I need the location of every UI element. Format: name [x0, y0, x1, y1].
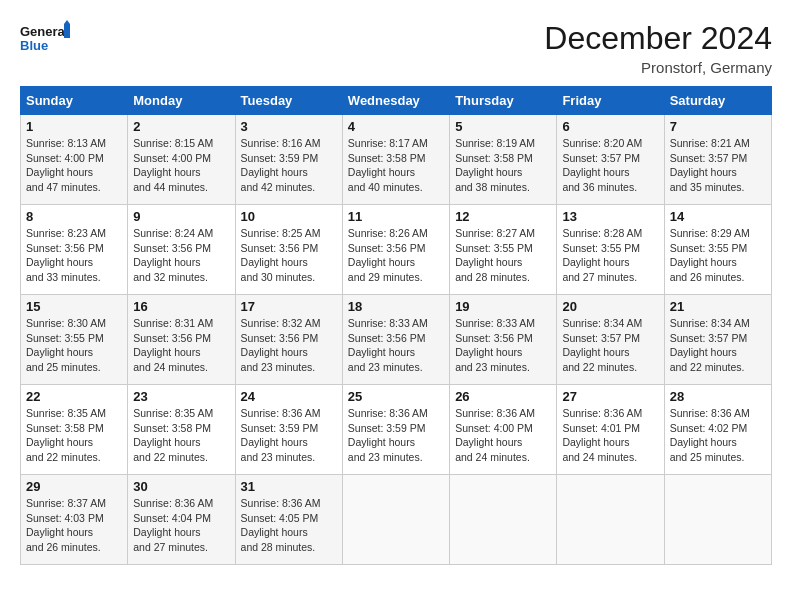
day-detail: Sunrise: 8:19 AMSunset: 3:58 PMDaylight …	[455, 137, 535, 193]
day-detail: Sunrise: 8:15 AMSunset: 4:00 PMDaylight …	[133, 137, 213, 193]
svg-text:Blue: Blue	[20, 38, 48, 53]
day-cell	[557, 475, 664, 565]
day-cell: 16 Sunrise: 8:31 AMSunset: 3:56 PMDaylig…	[128, 295, 235, 385]
day-detail: Sunrise: 8:29 AMSunset: 3:55 PMDaylight …	[670, 227, 750, 283]
day-detail: Sunrise: 8:35 AMSunset: 3:58 PMDaylight …	[26, 407, 106, 463]
day-number: 25	[348, 389, 444, 404]
day-number: 18	[348, 299, 444, 314]
day-cell: 10 Sunrise: 8:25 AMSunset: 3:56 PMDaylig…	[235, 205, 342, 295]
day-cell: 26 Sunrise: 8:36 AMSunset: 4:00 PMDaylig…	[450, 385, 557, 475]
day-cell: 21 Sunrise: 8:34 AMSunset: 3:57 PMDaylig…	[664, 295, 771, 385]
svg-marker-3	[64, 20, 70, 24]
week-row-2: 8 Sunrise: 8:23 AMSunset: 3:56 PMDayligh…	[21, 205, 772, 295]
day-number: 13	[562, 209, 658, 224]
day-cell: 20 Sunrise: 8:34 AMSunset: 3:57 PMDaylig…	[557, 295, 664, 385]
day-detail: Sunrise: 8:34 AMSunset: 3:57 PMDaylight …	[562, 317, 642, 373]
day-number: 1	[26, 119, 122, 134]
svg-text:General: General	[20, 24, 68, 39]
day-cell: 24 Sunrise: 8:36 AMSunset: 3:59 PMDaylig…	[235, 385, 342, 475]
day-number: 22	[26, 389, 122, 404]
day-cell: 31 Sunrise: 8:36 AMSunset: 4:05 PMDaylig…	[235, 475, 342, 565]
day-cell: 5 Sunrise: 8:19 AMSunset: 3:58 PMDayligh…	[450, 115, 557, 205]
day-cell: 27 Sunrise: 8:36 AMSunset: 4:01 PMDaylig…	[557, 385, 664, 475]
col-header-wednesday: Wednesday	[342, 87, 449, 115]
day-number: 8	[26, 209, 122, 224]
day-cell: 2 Sunrise: 8:15 AMSunset: 4:00 PMDayligh…	[128, 115, 235, 205]
day-detail: Sunrise: 8:21 AMSunset: 3:57 PMDaylight …	[670, 137, 750, 193]
day-cell: 22 Sunrise: 8:35 AMSunset: 3:58 PMDaylig…	[21, 385, 128, 475]
day-cell: 18 Sunrise: 8:33 AMSunset: 3:56 PMDaylig…	[342, 295, 449, 385]
logo-svg: General Blue	[20, 20, 70, 60]
day-cell: 11 Sunrise: 8:26 AMSunset: 3:56 PMDaylig…	[342, 205, 449, 295]
day-number: 31	[241, 479, 337, 494]
day-number: 20	[562, 299, 658, 314]
day-detail: Sunrise: 8:36 AMSunset: 4:02 PMDaylight …	[670, 407, 750, 463]
day-cell: 30 Sunrise: 8:36 AMSunset: 4:04 PMDaylig…	[128, 475, 235, 565]
day-number: 11	[348, 209, 444, 224]
day-detail: Sunrise: 8:37 AMSunset: 4:03 PMDaylight …	[26, 497, 106, 553]
header-row: SundayMondayTuesdayWednesdayThursdayFrid…	[21, 87, 772, 115]
col-header-thursday: Thursday	[450, 87, 557, 115]
day-detail: Sunrise: 8:24 AMSunset: 3:56 PMDaylight …	[133, 227, 213, 283]
day-number: 28	[670, 389, 766, 404]
location-title: Pronstorf, Germany	[544, 59, 772, 76]
day-cell: 7 Sunrise: 8:21 AMSunset: 3:57 PMDayligh…	[664, 115, 771, 205]
day-detail: Sunrise: 8:31 AMSunset: 3:56 PMDaylight …	[133, 317, 213, 373]
col-header-friday: Friday	[557, 87, 664, 115]
week-row-5: 29 Sunrise: 8:37 AMSunset: 4:03 PMDaylig…	[21, 475, 772, 565]
day-number: 27	[562, 389, 658, 404]
day-number: 15	[26, 299, 122, 314]
day-cell: 28 Sunrise: 8:36 AMSunset: 4:02 PMDaylig…	[664, 385, 771, 475]
day-number: 30	[133, 479, 229, 494]
day-number: 16	[133, 299, 229, 314]
day-number: 17	[241, 299, 337, 314]
day-cell: 23 Sunrise: 8:35 AMSunset: 3:58 PMDaylig…	[128, 385, 235, 475]
day-detail: Sunrise: 8:13 AMSunset: 4:00 PMDaylight …	[26, 137, 106, 193]
day-cell: 15 Sunrise: 8:30 AMSunset: 3:55 PMDaylig…	[21, 295, 128, 385]
day-detail: Sunrise: 8:36 AMSunset: 4:05 PMDaylight …	[241, 497, 321, 553]
day-detail: Sunrise: 8:36 AMSunset: 3:59 PMDaylight …	[241, 407, 321, 463]
day-detail: Sunrise: 8:36 AMSunset: 4:01 PMDaylight …	[562, 407, 642, 463]
day-detail: Sunrise: 8:36 AMSunset: 4:00 PMDaylight …	[455, 407, 535, 463]
day-cell: 4 Sunrise: 8:17 AMSunset: 3:58 PMDayligh…	[342, 115, 449, 205]
col-header-monday: Monday	[128, 87, 235, 115]
calendar-table: SundayMondayTuesdayWednesdayThursdayFrid…	[20, 86, 772, 565]
day-number: 2	[133, 119, 229, 134]
day-cell: 25 Sunrise: 8:36 AMSunset: 3:59 PMDaylig…	[342, 385, 449, 475]
day-cell: 9 Sunrise: 8:24 AMSunset: 3:56 PMDayligh…	[128, 205, 235, 295]
day-detail: Sunrise: 8:17 AMSunset: 3:58 PMDaylight …	[348, 137, 428, 193]
day-detail: Sunrise: 8:33 AMSunset: 3:56 PMDaylight …	[348, 317, 428, 373]
week-row-3: 15 Sunrise: 8:30 AMSunset: 3:55 PMDaylig…	[21, 295, 772, 385]
day-detail: Sunrise: 8:30 AMSunset: 3:55 PMDaylight …	[26, 317, 106, 373]
col-header-saturday: Saturday	[664, 87, 771, 115]
col-header-tuesday: Tuesday	[235, 87, 342, 115]
day-cell: 3 Sunrise: 8:16 AMSunset: 3:59 PMDayligh…	[235, 115, 342, 205]
day-number: 23	[133, 389, 229, 404]
day-detail: Sunrise: 8:26 AMSunset: 3:56 PMDaylight …	[348, 227, 428, 283]
svg-marker-2	[64, 24, 70, 38]
day-number: 7	[670, 119, 766, 134]
day-number: 3	[241, 119, 337, 134]
title-area: December 2024 Pronstorf, Germany	[544, 20, 772, 76]
week-row-1: 1 Sunrise: 8:13 AMSunset: 4:00 PMDayligh…	[21, 115, 772, 205]
col-header-sunday: Sunday	[21, 87, 128, 115]
header: General Blue December 2024 Pronstorf, Ge…	[20, 20, 772, 76]
day-number: 19	[455, 299, 551, 314]
day-number: 6	[562, 119, 658, 134]
day-cell: 14 Sunrise: 8:29 AMSunset: 3:55 PMDaylig…	[664, 205, 771, 295]
day-number: 9	[133, 209, 229, 224]
day-cell: 6 Sunrise: 8:20 AMSunset: 3:57 PMDayligh…	[557, 115, 664, 205]
day-cell: 19 Sunrise: 8:33 AMSunset: 3:56 PMDaylig…	[450, 295, 557, 385]
month-title: December 2024	[544, 20, 772, 57]
day-cell: 1 Sunrise: 8:13 AMSunset: 4:00 PMDayligh…	[21, 115, 128, 205]
day-cell: 12 Sunrise: 8:27 AMSunset: 3:55 PMDaylig…	[450, 205, 557, 295]
day-number: 4	[348, 119, 444, 134]
day-detail: Sunrise: 8:25 AMSunset: 3:56 PMDaylight …	[241, 227, 321, 283]
day-detail: Sunrise: 8:16 AMSunset: 3:59 PMDaylight …	[241, 137, 321, 193]
day-detail: Sunrise: 8:23 AMSunset: 3:56 PMDaylight …	[26, 227, 106, 283]
day-number: 12	[455, 209, 551, 224]
day-number: 24	[241, 389, 337, 404]
day-number: 21	[670, 299, 766, 314]
day-cell	[664, 475, 771, 565]
day-cell	[342, 475, 449, 565]
